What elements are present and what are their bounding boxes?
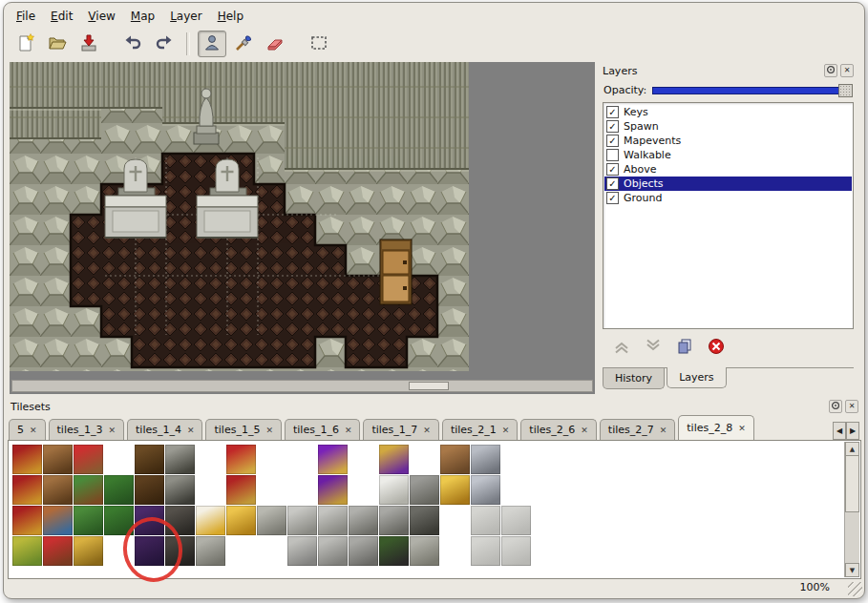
tile-plant-pot[interactable]: [74, 475, 103, 505]
menu-item-help[interactable]: Help: [211, 8, 250, 25]
layer-visibility-checkbox[interactable]: ✓: [606, 135, 619, 147]
scroll-up-button[interactable]: ▲: [845, 442, 859, 456]
layer-row-spawn[interactable]: ✓Spawn: [604, 119, 852, 134]
tile-door-brown-top[interactable]: [135, 445, 164, 474]
menu-item-edit[interactable]: Edit: [44, 8, 79, 25]
tile-door-stone-bottom[interactable]: [165, 475, 195, 505]
tile-armor-body[interactable]: [471, 475, 500, 505]
open-file-button[interactable]: [43, 31, 72, 57]
float-panel-button[interactable]: [829, 400, 842, 413]
tile-gargoyle[interactable]: [379, 506, 409, 535]
tileset-content[interactable]: ▲ ▼: [8, 440, 861, 579]
tile-banner-red-2[interactable]: [12, 475, 42, 505]
resize-grip[interactable]: [848, 582, 862, 596]
close-panel-button[interactable]: ✕: [840, 64, 854, 77]
tile-rock-gray-2[interactable]: [196, 536, 225, 566]
tileset-tab-tiles_2_7[interactable]: tiles_2_7✕: [600, 419, 675, 440]
tile-throne-red-bottom[interactable]: [226, 475, 256, 505]
tile-statue-praying[interactable]: [287, 506, 317, 535]
tab-close-icon[interactable]: ✕: [187, 426, 195, 435]
scroll-tabs-left-button[interactable]: ◀: [833, 422, 846, 440]
tab-close-icon[interactable]: ✕: [502, 426, 510, 435]
tile-banner-green[interactable]: [12, 536, 42, 566]
map-horizontal-scrollbar[interactable]: [11, 380, 593, 392]
tile-monument-dark[interactable]: [410, 506, 439, 535]
delete-layer-button[interactable]: [705, 336, 728, 359]
opacity-slider-handle[interactable]: [838, 84, 853, 97]
tile-vase-plant[interactable]: [379, 536, 409, 566]
tile-loom-2[interactable]: [43, 475, 73, 505]
move-layer-down-button[interactable]: [642, 336, 665, 359]
tile-banner-red-3[interactable]: [12, 506, 42, 535]
menu-item-file[interactable]: File: [10, 8, 42, 25]
tab-close-icon[interactable]: ✕: [738, 424, 746, 433]
tileset-tab-tiles_2_8[interactable]: tiles_2_8✕: [678, 415, 753, 440]
eraser-tool-button[interactable]: [261, 31, 289, 57]
undo-button[interactable]: [118, 31, 147, 57]
tile-plants-pots[interactable]: [74, 506, 103, 535]
layer-visibility-checkbox[interactable]: ✓: [606, 120, 619, 133]
layer-visibility-checkbox[interactable]: ✓: [606, 106, 619, 118]
duplicate-layer-button[interactable]: [673, 336, 696, 359]
layer-row-mapevents[interactable]: ✓Mapevents: [604, 134, 852, 148]
tile-crown-gold[interactable]: [226, 506, 256, 535]
tileset-vertical-scrollbar[interactable]: ▲ ▼: [844, 442, 859, 577]
tile-floor-tile-gray[interactable]: [471, 506, 500, 535]
layer-row-walkable[interactable]: Walkable: [604, 148, 852, 162]
tile-fruit-basket[interactable]: [43, 536, 73, 566]
layer-row-above[interactable]: ✓Above: [604, 162, 852, 177]
tileset-tab-tiles_2_6[interactable]: tiles_2_6✕: [520, 419, 596, 440]
tile-floor-tile-gray-4[interactable]: [501, 536, 531, 566]
float-panel-button[interactable]: [824, 64, 837, 77]
tileset-tab-tiles_1_4[interactable]: tiles_1_4✕: [127, 419, 202, 440]
tile-statue-base-2[interactable]: [318, 536, 348, 566]
tile-throne-red-top[interactable]: [226, 445, 256, 474]
menu-item-view[interactable]: View: [81, 8, 121, 25]
select-tool-button[interactable]: [305, 31, 333, 57]
tileset-tab-tiles_1_7[interactable]: tiles_1_7✕: [363, 419, 438, 440]
tile-bookshelf[interactable]: [43, 506, 73, 535]
tile-red-orb-stand[interactable]: [74, 445, 103, 474]
layer-row-keys[interactable]: ✓Keys: [604, 105, 852, 119]
tile-gargoyle-base[interactable]: [349, 536, 378, 566]
scroll-down-button[interactable]: ▼: [845, 563, 859, 577]
tile-plant-tall[interactable]: [104, 475, 134, 505]
layer-visibility-checkbox[interactable]: [606, 149, 619, 161]
tile-throne-purple-top[interactable]: [318, 445, 348, 474]
tab-close-icon[interactable]: ✕: [108, 426, 116, 435]
tile-obelisk-white[interactable]: [379, 475, 409, 505]
tileset-tab-tiles_2_1[interactable]: tiles_2_1✕: [442, 419, 518, 440]
scrollbar-thumb[interactable]: [409, 382, 449, 390]
tile-floor-tile-gray-3[interactable]: [471, 536, 500, 566]
tile-pillar-gray[interactable]: [410, 475, 439, 505]
tile-key-gold[interactable]: [196, 506, 225, 535]
tab-layers[interactable]: Layers: [667, 367, 726, 388]
brush-tool-button[interactable]: [229, 31, 258, 57]
layer-visibility-checkbox[interactable]: ✓: [606, 177, 619, 190]
tile-floor-tile-gray-2[interactable]: [501, 506, 531, 535]
menu-item-map[interactable]: Map: [124, 8, 161, 25]
tile-rock-gray[interactable]: [257, 506, 286, 535]
menu-item-layer[interactable]: Layer: [163, 8, 208, 25]
layer-visibility-checkbox[interactable]: ✓: [606, 192, 619, 204]
tile-door-brown-bottom[interactable]: [135, 475, 164, 505]
tile-horn-gold[interactable]: [74, 536, 103, 566]
tileset-tab-tiles_1_6[interactable]: tiles_1_6✕: [285, 419, 360, 440]
tile-door-stone-top[interactable]: [165, 445, 195, 474]
map-canvas[interactable]: [10, 62, 469, 371]
opacity-slider[interactable]: [652, 83, 853, 96]
tile-shelf-wood[interactable]: [440, 445, 470, 474]
tab-close-icon[interactable]: ✕: [660, 426, 667, 435]
tile-gold-treasure[interactable]: [440, 475, 470, 505]
map-viewport[interactable]: [10, 62, 595, 394]
tile-throne-purple-bottom[interactable]: [318, 475, 348, 505]
tile-banner-red[interactable]: [12, 445, 42, 474]
move-layer-up-button[interactable]: [610, 336, 633, 359]
tile-gargoyle-winged[interactable]: [349, 506, 378, 535]
scrollbar-thumb[interactable]: [845, 455, 859, 512]
tab-history[interactable]: History: [603, 368, 665, 389]
tile-armor-helm[interactable]: [471, 445, 500, 474]
tab-close-icon[interactable]: ✕: [345, 426, 352, 435]
layer-row-ground[interactable]: ✓Ground: [604, 191, 852, 205]
tileset-tab-5[interactable]: 5✕: [9, 419, 46, 440]
